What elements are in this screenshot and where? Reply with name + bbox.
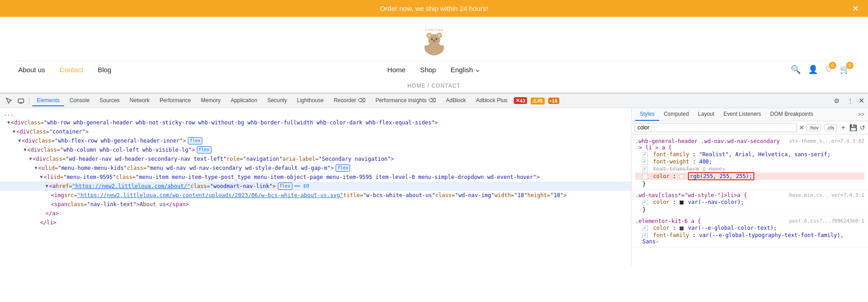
nav-row: About us Contact Blog Home Shop English … xyxy=(18,60,850,79)
html-line-selected[interactable]: ▼ <a href= "https://new2.littleloua.com/… xyxy=(0,182,631,191)
tab-performance[interactable]: Performance xyxy=(155,95,196,106)
html-line[interactable]: ▼ <ul id= "menu-home-menu-kids" class= "… xyxy=(0,163,631,173)
tab-adblock-plus[interactable]: Adblock Plus xyxy=(472,95,512,106)
tab-sources[interactable]: Sources xyxy=(95,95,124,106)
nav-link-contact[interactable]: Contact xyxy=(60,66,83,74)
css-rule-header: .whb-general-header .wd-nav.wd-nav-secon… xyxy=(635,138,864,144)
css-rule-header: .wd-nav[class*="wd-style-"]>li>a { base.… xyxy=(635,192,864,198)
collapse-arrow[interactable]: ▼ xyxy=(35,164,37,172)
html-line[interactable]: <img src= "https://new2.littleloua.com/w… xyxy=(0,191,631,200)
wishlist-icon[interactable]: ♡ 0 xyxy=(825,64,833,74)
site-header: Little Loua About us Contact Blog Home S… xyxy=(0,17,868,79)
prop-checkbox[interactable] xyxy=(642,167,648,172)
nav-center: Home Shop English ⌄ xyxy=(387,65,481,74)
collapse-arrow[interactable]: ▼ xyxy=(45,182,48,190)
styles-tabs-more[interactable]: >> xyxy=(858,111,864,118)
css-prop-text-transform: text-transform : none; xyxy=(635,165,864,173)
refresh-button[interactable]: ↺ xyxy=(860,124,865,131)
warning-badge: ⚠ 45 xyxy=(530,97,544,104)
search-icon[interactable]: 🔍 xyxy=(791,64,801,74)
styles-tab-event-listeners[interactable]: Event Listeners xyxy=(719,108,766,121)
tab-elements[interactable]: Elements xyxy=(32,95,64,106)
tab-performance-insights[interactable]: Performance insights ⌫ xyxy=(371,95,441,106)
tab-memory[interactable]: Memory xyxy=(196,95,225,106)
collapse-arrow[interactable]: ▼ xyxy=(40,173,43,181)
flex-badge: flex xyxy=(336,164,350,172)
flex-badge: flex xyxy=(278,183,292,190)
styles-tab-styles[interactable]: Styles xyxy=(635,108,659,121)
tab-security[interactable]: Security xyxy=(263,95,291,106)
prop-checkbox[interactable] xyxy=(642,152,648,158)
styles-filter-input[interactable] xyxy=(634,123,797,132)
svg-point-7 xyxy=(436,38,437,40)
nav-link-home[interactable]: Home xyxy=(387,66,406,74)
tab-recorder[interactable]: Recorder ⌫ xyxy=(329,95,370,106)
html-line[interactable]: ▼ <div class= "whb-column whb-col-left w… xyxy=(0,145,631,154)
html-line[interactable]: ▼ <li id= "menu-item-9595" class= "menu-… xyxy=(0,173,631,182)
element-picker-icon[interactable] xyxy=(4,95,15,106)
html-tree[interactable]: ... ▼ <div class= "whb-row whb-general-h… xyxy=(0,108,632,265)
nav-link-shop[interactable]: Shop xyxy=(420,66,436,74)
tab-adblock[interactable]: AdBlock xyxy=(442,95,471,106)
collapse-arrow[interactable]: ▼ xyxy=(13,128,15,136)
cart-icon[interactable]: 🛒 0 xyxy=(840,64,850,74)
prop-checkbox[interactable] xyxy=(642,174,648,179)
svg-point-9 xyxy=(433,40,435,41)
html-line[interactable]: <span class= "nav-link-text" > About us … xyxy=(0,200,631,209)
nav-link-english[interactable]: English ⌄ xyxy=(451,65,481,74)
prop-checkbox[interactable] xyxy=(642,159,648,165)
nav-link-blog[interactable]: Blog xyxy=(98,66,111,74)
prop-checkbox[interactable] xyxy=(642,226,648,231)
css-prop-color-3: color : var(--e-global-color-text); xyxy=(635,224,864,232)
toolbar-separator xyxy=(29,97,30,105)
html-line[interactable]: </li> xyxy=(0,218,631,227)
styles-tab-dom-breakpoints[interactable]: DOM Breakpoints xyxy=(766,108,818,121)
tab-lighthouse[interactable]: Lighthouse xyxy=(292,95,328,106)
settings-icon[interactable]: ⚙ xyxy=(831,95,842,106)
nav-link-about[interactable]: About us xyxy=(18,66,45,74)
save-button[interactable]: 💾 xyxy=(849,124,857,131)
html-line[interactable]: ▼ <div class= "container" > xyxy=(0,127,631,136)
styles-panel: Styles Computed Layout Event Listeners D… xyxy=(632,108,868,265)
tab-console[interactable]: Console xyxy=(65,95,94,106)
html-line[interactable]: ▼ <div class= "whb-flex-row whb-general-… xyxy=(0,136,631,145)
top-banner: Order now, we ship within 24 hours! ✕ xyxy=(0,0,868,17)
html-line[interactable]: </a> xyxy=(0,209,631,218)
styles-panel-tabs: Styles Computed Layout Event Listeners D… xyxy=(632,108,868,121)
banner-close-button[interactable]: ✕ xyxy=(852,4,859,14)
collapse-arrow[interactable]: ▼ xyxy=(7,119,10,127)
filter-clear-icon[interactable]: ✕ xyxy=(799,124,804,131)
prop-checkbox[interactable] xyxy=(642,200,648,205)
add-rule-button[interactable]: + xyxy=(840,124,847,132)
cls-button[interactable]: .cls xyxy=(824,124,837,131)
collapse-arrow[interactable]: ▼ xyxy=(29,155,32,163)
user-icon[interactable]: 👤 xyxy=(808,64,818,74)
cart-count-badge: 0 xyxy=(846,62,853,69)
more-options-icon[interactable]: ⋮ xyxy=(845,95,856,106)
html-line[interactable]: ▼ <div class= "wd-header-nav wd-header-s… xyxy=(0,154,631,163)
html-line[interactable]: ▼ <div class= "whb-row whb-general-heade… xyxy=(0,118,631,127)
styles-tab-layout[interactable]: Layout xyxy=(693,108,719,121)
styles-filter-bar: ✕ :hov .cls + 💾 ↺ xyxy=(632,121,868,134)
nav-right: 🔍 👤 ♡ 0 🛒 0 xyxy=(791,64,850,74)
hov-button[interactable]: :hov xyxy=(806,124,821,131)
prop-checkbox[interactable] xyxy=(642,233,648,238)
tab-application[interactable]: Application xyxy=(226,95,262,106)
tab-network[interactable]: Network xyxy=(125,95,154,106)
highlight-box: color : rgb(255, 255, 255); xyxy=(653,173,754,179)
css-prop-color-highlighted: color : rgb(255, 255, 255); xyxy=(635,173,864,180)
css-prop-color-2: color : var(--nav-color); xyxy=(635,198,864,206)
css-rule-1: .whb-general-header .wd-nav.wd-nav-secon… xyxy=(632,136,868,190)
css-prop-font-family: font-family : "Realist", Arial, Helvetic… xyxy=(635,151,864,158)
styles-tab-computed[interactable]: Computed xyxy=(659,108,693,121)
logo[interactable]: Little Loua xyxy=(414,25,455,57)
svg-point-6 xyxy=(431,38,433,40)
styles-content: .whb-general-header .wd-nav.wd-nav-secon… xyxy=(632,134,868,265)
devtools-close-button[interactable]: ✕ xyxy=(858,96,864,105)
collapse-arrow[interactable]: ▼ xyxy=(24,146,26,154)
device-toggle-icon[interactable] xyxy=(15,95,26,106)
css-rule-header: .elementor-kit-6 a { post-6.css?...70962… xyxy=(635,218,864,224)
logo-area: Little Loua xyxy=(414,21,455,60)
more-nodes-indicator[interactable]: ... xyxy=(0,110,631,118)
collapse-arrow[interactable]: ▼ xyxy=(18,137,21,145)
